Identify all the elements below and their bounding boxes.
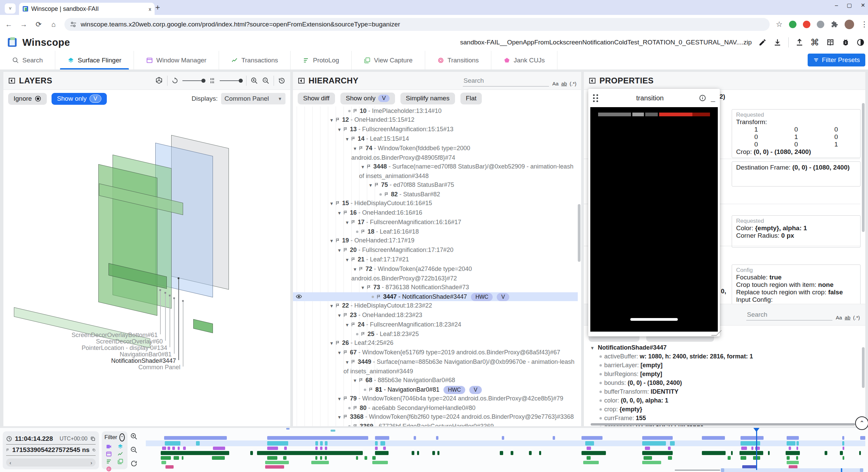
trace-segment-transactions[interactable] xyxy=(642,451,673,455)
trace-segment-transactions[interactable] xyxy=(581,451,606,455)
match-word-icon[interactable]: ab xyxy=(561,81,567,86)
hierarchy-row-15[interactable]: ▼15 - HideDisplayCutout:16:16#15 xyxy=(293,199,578,208)
properties-search-input[interactable] xyxy=(746,309,832,320)
trace-segment-window-manager[interactable] xyxy=(645,447,650,450)
window-manager-trace-icon[interactable] xyxy=(106,451,112,457)
filter-presets-button[interactable]: Filter Presets xyxy=(808,54,865,66)
trace-segment-surface-flinger[interactable] xyxy=(165,441,180,446)
show-only-v-toggle[interactable]: Show onlyV xyxy=(52,93,107,105)
expand-arrow-icon[interactable]: ▼ xyxy=(328,199,335,208)
trace-tab-protolog[interactable]: ProtoLog xyxy=(291,51,352,70)
trace-segment-screen-recording[interactable] xyxy=(787,436,799,440)
trace-segment-view-capture[interactable] xyxy=(787,461,799,464)
expand-arrow-icon[interactable]: ▼ xyxy=(589,344,596,353)
keyboard-shortcuts-icon[interactable]: ⌘ xyxy=(810,37,819,48)
transactions-trace-icon[interactable] xyxy=(117,451,123,457)
timeline-cursor[interactable] xyxy=(756,429,757,470)
zoom-in-icon[interactable] xyxy=(251,77,258,84)
reset-view-icon[interactable] xyxy=(278,77,285,84)
hierarchy-row-20[interactable]: ▼20 - FullscreenMagnification:17:17#20 xyxy=(293,245,578,255)
trace-segment-window-manager[interactable] xyxy=(587,447,591,450)
trace-tab-view-capture[interactable]: View Capture xyxy=(352,51,425,70)
trace-segment-window-manager[interactable] xyxy=(383,447,386,450)
hierarchy-row-82[interactable]: 82 - StatusBar#82 xyxy=(293,190,578,199)
transition-screenshot-card[interactable]: transition _ xyxy=(588,89,720,336)
layer-label[interactable]: NavigationBar0#81 xyxy=(120,351,172,358)
expand-arrow-icon[interactable]: ▼ xyxy=(336,311,343,320)
property-row-crop[interactable]: crop: {empty} xyxy=(589,405,861,414)
properties-scrollbar-bottom[interactable] xyxy=(862,347,865,388)
flat-toggle[interactable]: Flat xyxy=(460,93,482,104)
layer-label[interactable]: ScreenDecorOverlayBottom#61 xyxy=(72,332,158,339)
trace-segment-window-manager[interactable] xyxy=(315,447,318,450)
hierarchy-scrollbar[interactable] xyxy=(578,204,580,262)
trace-segment-screen-recording[interactable] xyxy=(860,436,865,440)
profile-avatar[interactable] xyxy=(845,20,854,29)
trace-segment-transactions[interactable] xyxy=(825,451,827,455)
hierarchy-row-23[interactable]: ▼23 - OneHanded:18:23#23 xyxy=(293,311,578,320)
trace-segment-view-capture[interactable] xyxy=(583,461,599,464)
hierarchy-row-12[interactable]: ▼12 - OneHanded:15:15#12 xyxy=(293,115,578,125)
trace-segment-transactions[interactable] xyxy=(539,451,541,455)
trace-segment-transactions[interactable] xyxy=(417,451,419,455)
timeline-zoom-in-icon[interactable] xyxy=(130,433,138,440)
trace-segment-protolog[interactable] xyxy=(364,456,367,460)
rotation-slider[interactable] xyxy=(182,80,205,81)
frame-navigation-slider[interactable]: ‹ › xyxy=(6,458,96,467)
simplify-names-toggle[interactable]: Simplify names xyxy=(400,93,455,104)
expand-arrow-icon[interactable]: ▼ xyxy=(328,302,335,311)
trace-segment-view-capture[interactable] xyxy=(311,461,329,464)
trace-segment-protolog[interactable] xyxy=(283,456,287,460)
trace-segment-surface-flinger[interactable] xyxy=(670,441,675,446)
tab-close-icon[interactable]: x xyxy=(149,6,152,12)
surface-flinger-trace-icon[interactable] xyxy=(117,444,123,450)
timeline-canvas[interactable] xyxy=(146,428,865,472)
hierarchy-row-3368[interactable]: ▼3368 - WindowToken{f6b2f60 type=2024 an… xyxy=(293,412,578,422)
trace-segment-window-manager[interactable] xyxy=(178,447,180,450)
displays-dropdown[interactable]: Common Panel▼ xyxy=(221,93,285,104)
hierarchy-row-3448[interactable]: ▼3448 - Surface(name=ed70f88 StatusBar)/… xyxy=(293,162,578,180)
expand-arrow-icon[interactable]: ▼ xyxy=(336,209,343,218)
collapse-panel-icon[interactable] xyxy=(8,77,16,84)
hierarchy-row-14[interactable]: ▼14 - Leaf:15:15#14 xyxy=(293,134,578,144)
trace-segment-surface-flinger[interactable] xyxy=(380,441,385,446)
expand-arrow-icon[interactable]: ▼ xyxy=(336,125,343,134)
prev-frame-icon[interactable]: ‹ xyxy=(9,460,11,466)
expand-arrow-icon[interactable]: ▼ xyxy=(328,339,335,348)
trace-segment-screen-recording[interactable] xyxy=(267,436,368,440)
trace-segment-window-manager[interactable] xyxy=(172,447,175,450)
spacing-icon[interactable] xyxy=(209,77,216,84)
tab-search-button[interactable]: ˅ xyxy=(5,3,16,14)
site-settings-icon[interactable] xyxy=(70,21,77,28)
trace-segment-transactions[interactable] xyxy=(702,451,726,455)
hierarchy-row-72[interactable]: ▼72 - WindowToken{a2746de type=2040 andr… xyxy=(293,264,578,283)
match-case-icon[interactable]: Aa xyxy=(552,81,558,86)
edit-icon[interactable] xyxy=(758,38,767,46)
trace-segment-screen-recording[interactable] xyxy=(642,436,673,440)
view-capture-trace-icon[interactable] xyxy=(117,458,123,465)
drag-handle-icon[interactable] xyxy=(593,94,598,102)
layer-label[interactable]: NotificationShade#3447 xyxy=(111,357,176,365)
show-only-v-toggle[interactable]: Show onlyV xyxy=(340,93,395,104)
trace-segment-screen-recording[interactable] xyxy=(414,436,416,440)
hierarchy-row-74[interactable]: ▼74 - WindowToken{fdddbe6 type=2000 andr… xyxy=(293,144,578,162)
trace-segment-view-capture[interactable] xyxy=(372,461,388,464)
hierarchy-row-22[interactable]: ▼22 - HideDisplayCutout:18:23#22 xyxy=(293,301,578,311)
trace-segment-protolog[interactable] xyxy=(212,456,225,460)
zoom-out-icon[interactable] xyxy=(262,77,270,84)
timeline-zoom-out-icon[interactable] xyxy=(130,446,138,454)
trace-segment-protolog[interactable] xyxy=(356,456,358,460)
trace-segment-transactions[interactable] xyxy=(859,451,861,455)
extensions-puzzle-icon[interactable] xyxy=(831,21,838,28)
trace-segment-surface-flinger[interactable] xyxy=(842,441,844,446)
expand-arrow-icon[interactable]: ▼ xyxy=(343,358,351,367)
properties-scrollbar-top[interactable] xyxy=(862,103,865,232)
bookmark-star-icon[interactable]: ☆ xyxy=(776,21,783,28)
expand-arrow-icon[interactable]: ▼ xyxy=(351,376,359,385)
browser-menu-icon[interactable]: ⋮ xyxy=(861,21,868,28)
match-regex-icon[interactable]: (.*) xyxy=(570,81,576,86)
expand-arrow-icon[interactable]: ▼ xyxy=(359,163,367,172)
extension-icon-green[interactable] xyxy=(789,21,796,28)
trace-segment-transactions[interactable] xyxy=(257,451,363,455)
collapse-filter-icon[interactable]: ⌃ xyxy=(119,433,125,441)
